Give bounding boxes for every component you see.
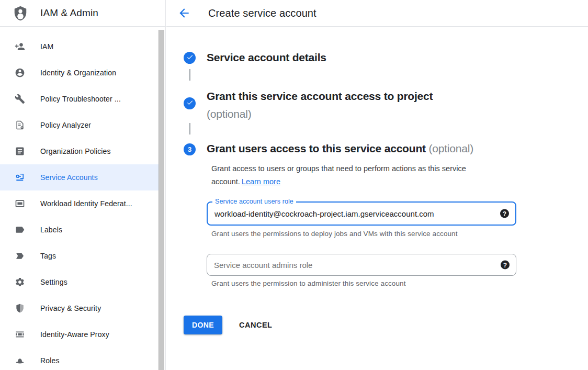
sidebar-header: IAM & Admin	[0, 0, 165, 27]
cancel-button[interactable]: CANCEL	[235, 316, 276, 334]
sidebar-item-identity-aware-proxy[interactable]: Identity-Aware Proxy	[0, 321, 159, 347]
step-connector-line	[189, 123, 190, 134]
proxy-icon	[15, 329, 25, 340]
service-account-users-role-input[interactable]	[208, 203, 490, 225]
check-icon	[186, 53, 194, 63]
sidebar-item-label: Roles	[40, 356, 60, 365]
sidebar-item-policy-troubleshooter[interactable]: Policy Troubleshooter ...	[0, 86, 159, 112]
step3-title: Grant users access to this service accou…	[207, 142, 473, 155]
main-panel: Create service account Service account d…	[166, 0, 588, 370]
sidebar-item-roles[interactable]: Roles	[0, 347, 159, 370]
roles-hat-icon	[15, 355, 25, 366]
sidebar-item-label: Service Accounts	[40, 173, 98, 182]
shield-half-icon	[15, 303, 25, 313]
sidebar-item-settings[interactable]: Settings	[0, 269, 159, 295]
sidebar-item-iam[interactable]: IAM	[0, 33, 159, 60]
done-button[interactable]: DONE	[184, 316, 222, 334]
sidebar-item-label: Identity & Organization	[40, 69, 116, 77]
sidebar-item-label: Policy Analyzer	[40, 121, 91, 129]
account-circle-icon	[15, 68, 25, 78]
back-button[interactable]	[177, 6, 191, 20]
wrench-icon	[15, 94, 25, 104]
main-header: Create service account	[166, 0, 588, 27]
step3-number: 3	[188, 145, 191, 153]
sidebar-item-label: Labels	[40, 226, 62, 234]
step-connector-line	[189, 69, 190, 81]
article-icon	[15, 146, 25, 156]
step2-optional-label: (optional)	[207, 105, 433, 123]
person-add-icon	[15, 41, 25, 52]
gear-icon	[15, 277, 25, 287]
sidebar-item-label: Privacy & Security	[40, 304, 101, 312]
sidebar-item-service-accounts[interactable]: Service Accounts	[0, 164, 159, 190]
document-gear-icon	[15, 120, 25, 130]
step3-number-indicator: 3	[184, 143, 196, 155]
step3-optional-label: (optional)	[428, 142, 473, 154]
page-title: Create service account	[208, 7, 316, 19]
service-account-admins-role-input[interactable]	[207, 254, 491, 275]
sidebar-item-label: Workload Identity Federat...	[40, 199, 132, 208]
sidebar-item-privacy-security[interactable]: Privacy & Security	[0, 295, 159, 321]
service-account-admins-role-field: ?	[207, 254, 516, 276]
help-icon[interactable]: ?	[500, 209, 509, 218]
sidebar-item-tags[interactable]: Tags	[0, 243, 159, 269]
sidebar: IAM & Admin IAMIdentity & OrganizationPo…	[0, 0, 166, 370]
arrow-back-icon	[177, 14, 191, 21]
sidebar-item-policy-analyzer[interactable]: Policy Analyzer	[0, 112, 159, 138]
check-icon	[186, 99, 194, 108]
step3-description: Grant access to users or groups that nee…	[211, 162, 504, 188]
sidebar-item-label: IAM	[40, 42, 53, 51]
sidebar-item-labels[interactable]: Labels	[0, 217, 159, 243]
id-card-icon	[15, 198, 25, 209]
sidebar-item-workload-identity-federation[interactable]: Workload Identity Federat...	[0, 190, 159, 217]
learn-more-link[interactable]: Learn more	[242, 177, 280, 186]
step2-complete-indicator	[184, 97, 196, 109]
tag-arrow-icon	[15, 251, 25, 261]
step1-complete-indicator	[184, 52, 196, 64]
sidebar-item-label: Organization Policies	[40, 147, 111, 155]
sidebar-item-label: Tags	[40, 252, 56, 260]
sidebar-item-identity-organization[interactable]: Identity & Organization	[0, 60, 159, 86]
sidebar-scrollbar[interactable]	[159, 30, 164, 370]
label-icon	[15, 225, 25, 235]
users-role-helper-text: Grant users the permissions to deploy jo…	[211, 230, 458, 238]
sidebar-item-label: Settings	[40, 278, 67, 286]
help-icon[interactable]: ?	[501, 261, 510, 270]
step3-title-text: Grant users access to this service accou…	[207, 142, 426, 154]
sidebar-item-label: Identity-Aware Proxy	[40, 330, 109, 339]
gcp-iam-create-service-account-page: { "app": { "name": "IAM & Admin" }, "pag…	[0, 0, 588, 370]
step2-title-text: Grant this service account access to pro…	[207, 90, 433, 102]
service-account-users-role-field: Service account users role ?	[207, 201, 516, 226]
service-account-key-icon	[15, 172, 25, 183]
app-name: IAM & Admin	[40, 7, 98, 19]
sidebar-item-organization-policies[interactable]: Organization Policies	[0, 138, 159, 164]
iam-admin-shield-logo-icon	[13, 5, 28, 22]
admins-role-helper-text: Grant users the permission to administer…	[211, 279, 406, 287]
step1-title: Service account details	[207, 51, 326, 64]
step2-title: Grant this service account access to pro…	[207, 87, 433, 123]
sidebar-nav: IAMIdentity & OrganizationPolicy Trouble…	[0, 27, 159, 370]
sidebar-item-label: Policy Troubleshooter ...	[40, 95, 121, 103]
